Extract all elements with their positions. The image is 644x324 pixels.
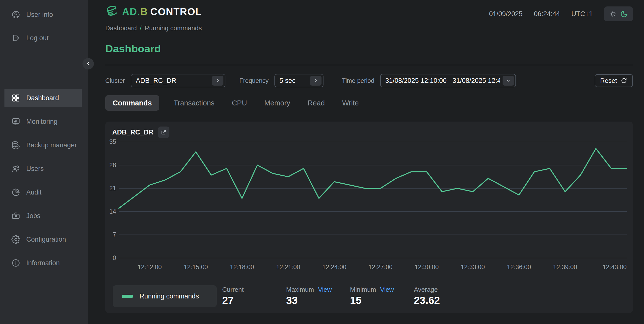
monitoring-icon xyxy=(12,117,20,126)
reset-button-label: Reset xyxy=(600,77,617,85)
gear-icon xyxy=(12,235,20,244)
breadcrumb: Dashboard / Running commands xyxy=(105,24,202,32)
audit-pie-icon xyxy=(12,188,20,197)
stat-value: 33 xyxy=(286,294,332,306)
breadcrumb-dashboard[interactable]: Dashboard xyxy=(105,24,137,32)
theme-toggle[interactable] xyxy=(604,7,633,21)
time-period-select-value: 31/08/2025 12:10:00 - 31/08/2025 12:42:5… xyxy=(385,77,500,85)
sidebar-item-label: Information xyxy=(26,259,60,267)
x-axis-label: 12:30:00 xyxy=(415,263,439,271)
filter-bar: Cluster ADB_RC_DR Frequency 5 sec Time p… xyxy=(105,74,633,87)
jobs-briefcase-icon xyxy=(12,211,20,220)
x-axis-label: 12:27:00 xyxy=(368,263,392,271)
sidebar-item-log-out[interactable]: Log out xyxy=(0,29,88,47)
breadcrumb-separator: / xyxy=(140,24,142,32)
tab-transactions[interactable]: Transactions xyxy=(171,95,218,111)
divider xyxy=(105,65,633,65)
sidebar-item-configuration[interactable]: Configuration xyxy=(0,230,88,249)
stat-maximum: MaximumView33 xyxy=(286,286,332,306)
time-period-label: Time period xyxy=(342,77,374,84)
time-period-select[interactable]: 31/08/2025 12:10:00 - 31/08/2025 12:42:5… xyxy=(380,74,516,87)
stat-current: Current27 xyxy=(222,286,244,306)
database-logo-icon xyxy=(105,4,120,19)
sidebar-item-dashboard[interactable]: Dashboard xyxy=(0,89,88,107)
cluster-select-value: ADB_RC_DR xyxy=(136,77,210,85)
sidebar-item-audit[interactable]: Audit xyxy=(0,183,88,202)
logout-icon xyxy=(12,34,20,42)
info-icon xyxy=(12,258,20,267)
frequency-label: Frequency xyxy=(239,77,268,84)
breadcrumb-current: Running commands xyxy=(144,24,202,32)
main-content: AD.BCONTROL 01/09/2025 06:24:44 UTC+1 Da… xyxy=(88,0,644,324)
header-date: 01/09/2025 xyxy=(489,10,522,18)
legend-label: Running commands xyxy=(140,292,199,300)
tab-write[interactable]: Write xyxy=(339,95,362,111)
stat-minimum: MinimumView15 xyxy=(350,286,394,306)
x-axis-label: 12:15:00 xyxy=(184,263,208,271)
user-icon xyxy=(12,10,20,19)
stat-value: 23.62 xyxy=(414,294,440,306)
header-time: 06:24:44 xyxy=(534,10,560,18)
backup-database-icon xyxy=(12,141,20,149)
tab-read[interactable]: Read xyxy=(305,95,328,111)
tab-bar: CommandsTransactionsCPUMemoryReadWrite xyxy=(105,95,362,111)
view-minimum-link[interactable]: View xyxy=(380,286,394,293)
y-axis-label: 35 xyxy=(105,138,116,145)
tab-memory[interactable]: Memory xyxy=(261,95,293,111)
sidebar-item-backup-manager[interactable]: Backup manager xyxy=(0,136,88,154)
sidebar-item-label: Log out xyxy=(26,34,48,42)
reset-icon xyxy=(620,77,628,84)
sidebar-item-label: User info xyxy=(26,11,53,19)
chevron-down-icon[interactable] xyxy=(502,76,514,86)
stat-value: 27 xyxy=(222,294,244,306)
y-axis-label: 21 xyxy=(105,185,116,192)
y-axis-label: 0 xyxy=(105,254,116,261)
stat-label: Minimum xyxy=(350,286,376,293)
sidebar: User infoLog out DashboardMonitoringBack… xyxy=(0,0,88,324)
page-title: Dashboard xyxy=(105,43,161,55)
view-maximum-link[interactable]: View xyxy=(318,286,332,293)
tab-commands[interactable]: Commands xyxy=(105,95,159,111)
sun-icon[interactable] xyxy=(609,10,617,18)
moon-icon[interactable] xyxy=(620,10,628,18)
reset-button[interactable]: Reset xyxy=(595,74,633,87)
y-axis-label: 14 xyxy=(105,208,116,215)
chevron-left-icon xyxy=(85,60,92,68)
stat-label: Average xyxy=(414,286,438,293)
sidebar-item-users[interactable]: Users xyxy=(0,159,88,178)
cluster-select[interactable]: ADB_RC_DR xyxy=(131,74,226,87)
logo-text: AD.BCONTROL xyxy=(122,6,202,17)
tab-cpu[interactable]: CPU xyxy=(229,95,250,111)
sidebar-item-label: Configuration xyxy=(26,236,66,243)
stat-value: 15 xyxy=(350,294,394,306)
legend-running-commands: Running commands xyxy=(113,285,217,307)
sidebar-item-label: Dashboard xyxy=(26,94,59,102)
frequency-select-value: 5 sec xyxy=(280,77,308,85)
app-logo: AD.BCONTROL xyxy=(105,4,202,19)
sidebar-item-information[interactable]: Information xyxy=(0,254,88,272)
chevron-right-icon[interactable] xyxy=(212,76,224,86)
sidebar-item-label: Backup manager xyxy=(26,141,77,149)
sidebar-item-monitoring[interactable]: Monitoring xyxy=(0,112,88,131)
sidebar-item-user-info[interactable]: User info xyxy=(0,6,88,24)
dashboard-grid-icon xyxy=(12,94,20,102)
header-right: 01/09/2025 06:24:44 UTC+1 xyxy=(489,7,633,21)
chart-panel: ADB_RC_DR 0714212835 12:12:0012:15:0012:… xyxy=(105,121,633,313)
x-axis-label: 12:39:00 xyxy=(553,263,577,271)
sidebar-item-label: Users xyxy=(26,165,44,173)
stat-label: Current xyxy=(222,286,244,293)
x-axis-label: 12:36:00 xyxy=(507,263,531,271)
sidebar-item-label: Jobs xyxy=(26,212,40,220)
chevron-right-icon[interactable] xyxy=(310,76,322,86)
sidebar-item-jobs[interactable]: Jobs xyxy=(0,207,88,225)
x-axis-label: 12:43:00 xyxy=(603,263,627,271)
sidebar-item-label: Audit xyxy=(26,189,42,196)
x-axis-label: 12:33:00 xyxy=(461,263,485,271)
cluster-label: Cluster xyxy=(105,77,125,84)
sidebar-collapse-button[interactable] xyxy=(82,58,94,69)
line-chart: 0714212835 12:12:0012:15:0012:18:0012:21… xyxy=(105,121,633,313)
legend-swatch xyxy=(122,295,133,298)
app-root: User infoLog out DashboardMonitoringBack… xyxy=(0,0,644,324)
frequency-select[interactable]: 5 sec xyxy=(274,74,324,87)
x-axis-label: 12:21:00 xyxy=(276,263,300,271)
